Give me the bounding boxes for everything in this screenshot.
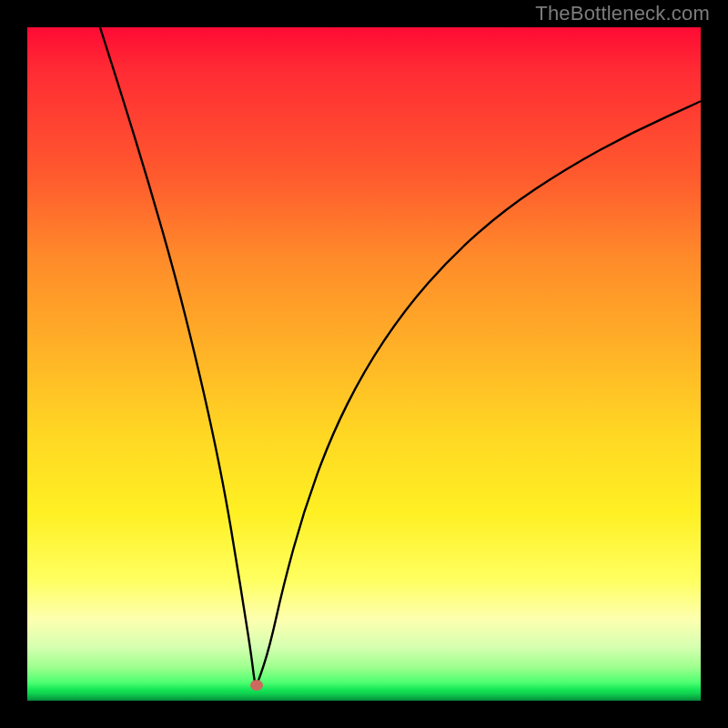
optimal-point-marker — [250, 680, 263, 691]
watermark-text: TheBottleneck.com — [535, 2, 710, 25]
plot-area — [27, 27, 701, 701]
chart-frame: TheBottleneck.com — [0, 0, 728, 728]
bottleneck-curve — [27, 27, 701, 701]
